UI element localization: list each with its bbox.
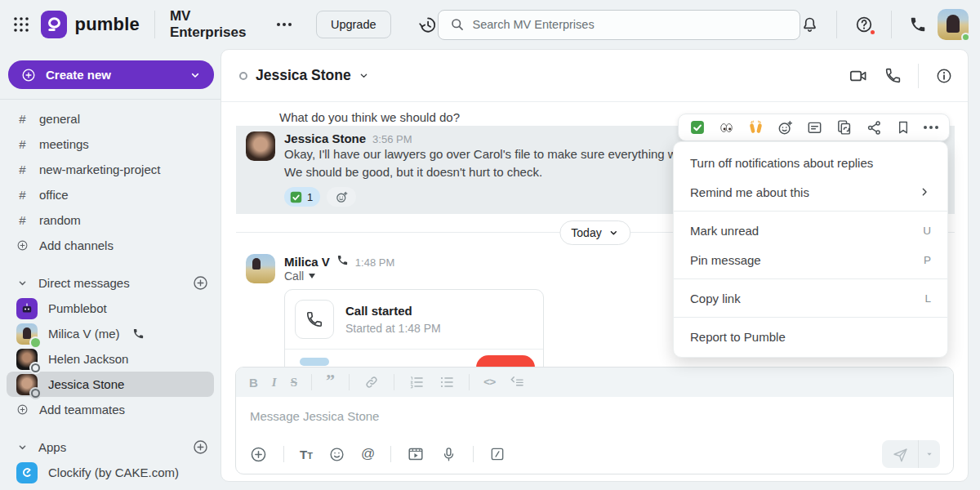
add-channels-button[interactable]: Add channels bbox=[7, 233, 214, 258]
send-button[interactable] bbox=[882, 440, 918, 468]
dm-item-milica[interactable]: Milica V (me) bbox=[7, 321, 214, 346]
triangle-down-icon[interactable] bbox=[309, 274, 315, 278]
dm-item-pumblebot[interactable]: Pumblebot bbox=[7, 296, 214, 321]
apps-grid-icon[interactable] bbox=[10, 12, 33, 37]
sidebar-item-meetings[interactable]: #meetings bbox=[7, 131, 214, 157]
divider bbox=[394, 374, 394, 390]
pumblebot-avatar bbox=[16, 298, 38, 319]
divider bbox=[311, 374, 312, 390]
inline-code-icon[interactable]: <> bbox=[483, 376, 495, 389]
more-actions-icon[interactable] bbox=[924, 126, 938, 129]
topbar: pumble MV Enterprises Upgrade bbox=[0, 0, 980, 49]
direct-messages-header[interactable]: Direct messages bbox=[7, 270, 214, 296]
plus-circle-icon bbox=[16, 238, 29, 252]
add-app-icon[interactable] bbox=[192, 439, 209, 456]
reaction-count: 1 bbox=[307, 191, 313, 203]
app-item-clockify[interactable]: Clockify (by CAKE.com) bbox=[7, 460, 214, 485]
blockquote-icon[interactable]: ” bbox=[326, 376, 335, 388]
menu-item-turn-off-notifications[interactable]: Turn off notifications about replies bbox=[674, 148, 947, 177]
copy-link-icon[interactable] bbox=[835, 118, 853, 136]
shortcuts-slash-icon[interactable] bbox=[489, 446, 506, 462]
workspace-more-icon[interactable] bbox=[277, 23, 292, 26]
dm-item-jessica[interactable]: Jessica Stone bbox=[7, 372, 214, 397]
text-formatting-icon[interactable]: TT bbox=[300, 448, 313, 461]
video-message-icon[interactable] bbox=[407, 445, 425, 463]
menu-item-copy-link[interactable]: Copy link L bbox=[674, 283, 947, 313]
menu-item-label: Pin message bbox=[690, 253, 761, 267]
bookmark-icon[interactable] bbox=[895, 119, 911, 136]
upgrade-button[interactable]: Upgrade bbox=[316, 11, 391, 38]
chevron-down-icon bbox=[608, 227, 620, 238]
hash-icon: # bbox=[16, 163, 29, 176]
divider bbox=[473, 446, 474, 462]
jessica-avatar bbox=[16, 374, 38, 395]
search-input[interactable] bbox=[473, 18, 789, 31]
add-teammates-label: Add teammates bbox=[39, 403, 125, 416]
share-icon[interactable] bbox=[866, 119, 883, 136]
phone-call-icon[interactable] bbox=[884, 67, 902, 84]
call-participants bbox=[300, 358, 329, 366]
chat-title[interactable]: Jessica Stone bbox=[256, 67, 351, 84]
notifications-bell-icon[interactable] bbox=[800, 16, 819, 34]
date-pill[interactable]: Today bbox=[559, 220, 630, 245]
menu-shortcut: U bbox=[923, 225, 931, 237]
send-options-caret[interactable] bbox=[919, 440, 940, 468]
divider bbox=[469, 374, 470, 390]
reply-in-thread-icon[interactable] bbox=[806, 119, 823, 136]
calls-phone-icon[interactable] bbox=[909, 16, 927, 33]
raised-hands-emoji-quick-reaction[interactable] bbox=[747, 119, 764, 136]
apps-header[interactable]: Apps bbox=[7, 434, 214, 460]
ordered-list-icon[interactable] bbox=[408, 374, 425, 390]
menu-item-mark-unread[interactable]: Mark unread U bbox=[674, 216, 947, 245]
formatting-toolbar: B I S ” <> bbox=[236, 368, 953, 397]
sidebar: Create new #general #meetings #new-marke… bbox=[0, 49, 220, 490]
search-bar[interactable] bbox=[438, 10, 800, 40]
add-dm-icon[interactable] bbox=[192, 274, 209, 292]
link-icon[interactable] bbox=[363, 374, 380, 390]
attach-plus-icon[interactable] bbox=[249, 445, 268, 464]
offline-status-icon bbox=[239, 72, 247, 80]
plus-circle-icon bbox=[20, 67, 37, 83]
history-icon[interactable] bbox=[417, 15, 438, 35]
sidebar-item-office[interactable]: #office bbox=[7, 182, 214, 207]
sidebar-item-random[interactable]: #random bbox=[7, 207, 214, 233]
menu-divider bbox=[674, 278, 947, 279]
mention-icon[interactable]: @ bbox=[361, 446, 375, 462]
add-reaction-icon[interactable] bbox=[777, 119, 794, 136]
reaction-check-pill[interactable]: 1 bbox=[284, 187, 320, 207]
chevron-down-icon[interactable] bbox=[358, 69, 370, 82]
dm-label: Pumblebot bbox=[48, 301, 107, 315]
message-author[interactable]: Jessica Stone bbox=[284, 131, 366, 145]
eyes-emoji-quick-reaction[interactable] bbox=[718, 119, 735, 136]
app-label: Clockify (by CAKE.com) bbox=[48, 466, 179, 479]
audio-message-mic-icon[interactable] bbox=[440, 446, 457, 463]
emoji-icon[interactable] bbox=[328, 446, 345, 463]
message-input[interactable] bbox=[250, 409, 939, 423]
help-icon[interactable] bbox=[854, 15, 874, 34]
menu-item-label: Copy link bbox=[690, 292, 741, 305]
create-new-button[interactable]: Create new bbox=[8, 60, 214, 89]
code-block-icon[interactable] bbox=[509, 374, 525, 390]
add-reaction-button[interactable] bbox=[327, 187, 356, 207]
check-emoji-quick-reaction[interactable] bbox=[689, 119, 706, 136]
info-icon[interactable] bbox=[935, 67, 953, 85]
sidebar-item-new-marketing-project[interactable]: #new-marketing-project bbox=[7, 157, 214, 182]
video-call-icon[interactable] bbox=[849, 66, 868, 86]
sidebar-item-general[interactable]: #general bbox=[7, 106, 214, 131]
italic-icon[interactable]: I bbox=[272, 376, 277, 390]
menu-item-label: Mark unread bbox=[690, 224, 759, 238]
divider bbox=[283, 446, 284, 462]
message-author[interactable]: Milica V bbox=[284, 255, 330, 269]
dm-item-helen[interactable]: Helen Jackson bbox=[7, 346, 214, 372]
bold-icon[interactable]: B bbox=[249, 376, 258, 390]
message-timestamp: 1:48 PM bbox=[355, 256, 394, 269]
bullet-list-icon[interactable] bbox=[439, 374, 455, 390]
menu-item-pin-message[interactable]: Pin message P bbox=[674, 245, 947, 274]
add-teammates-button[interactable]: Add teammates bbox=[7, 397, 214, 422]
workspace-name[interactable]: MV Enterprises bbox=[170, 8, 264, 41]
user-avatar[interactable] bbox=[938, 9, 969, 40]
strikethrough-icon[interactable]: S bbox=[291, 376, 297, 390]
menu-item-remind-me[interactable]: Remind me about this bbox=[674, 177, 947, 207]
call-type-label[interactable]: Call bbox=[284, 270, 304, 283]
menu-item-report-to-pumble[interactable]: Report to Pumble bbox=[674, 322, 947, 351]
